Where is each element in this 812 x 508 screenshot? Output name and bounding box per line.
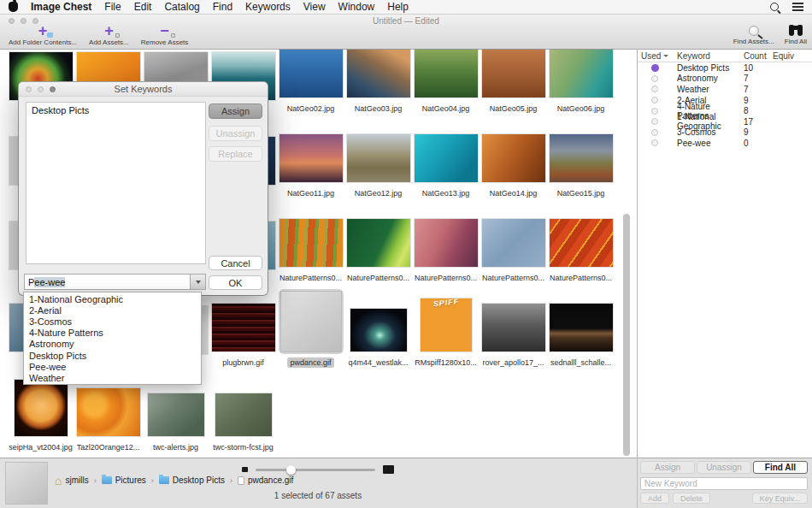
asset-thumbnail[interactable]	[550, 50, 613, 97]
count-column-header[interactable]: Count	[744, 51, 773, 61]
asset-cell[interactable]: NatGeo04.jpg	[412, 50, 480, 134]
keyword-row[interactable]: Desktop Picts10	[638, 62, 812, 74]
dropdown-option[interactable]: 3-Cosmos	[24, 316, 201, 327]
breadcrumb-item[interactable]: Pictures	[102, 476, 146, 485]
dialog-unassign-button[interactable]: Unassign	[209, 126, 262, 141]
breadcrumb-item[interactable]: ⌂sjmills	[55, 476, 89, 485]
asset-cell[interactable]: NatGeo13.jpg	[412, 134, 480, 219]
delete-keyword-button[interactable]: Delete	[673, 493, 710, 504]
asset-cell[interactable]: NatGeo11.jpg	[277, 134, 344, 219]
add-keyword-button[interactable]: Add	[640, 493, 669, 504]
asset-thumbnail[interactable]	[482, 304, 545, 351]
asset-cell[interactable]: NatGeo14.jpg	[480, 134, 547, 219]
used-indicator-empty[interactable]	[651, 75, 658, 82]
asset-thumbnail[interactable]	[482, 134, 545, 182]
dialog-title-bar[interactable]: Set Keywords	[19, 82, 268, 97]
asset-thumbnail[interactable]	[415, 50, 478, 97]
menu-edit[interactable]: Edit	[134, 1, 152, 13]
keyword-combobox[interactable]: Pee-wee	[24, 274, 206, 290]
asset-thumbnail[interactable]	[415, 134, 478, 182]
asset-thumbnail[interactable]	[212, 304, 275, 351]
new-keyword-input[interactable]	[640, 477, 808, 490]
add-assets-button[interactable]: + Add Assets...	[89, 24, 129, 46]
used-indicator-empty[interactable]	[651, 129, 658, 136]
spotlight-search-icon[interactable]	[770, 3, 779, 11]
asset-thumbnail[interactable]	[148, 393, 204, 436]
key-equiv-button[interactable]: Key Equiv...	[752, 493, 808, 504]
keyword-row[interactable]: Pee-wee0	[638, 138, 812, 149]
breadcrumb-item[interactable]: pwdance.gif	[238, 476, 293, 485]
dropdown-option[interactable]: 2-Aerial	[24, 304, 201, 316]
dialog-minimize-icon[interactable]	[38, 86, 44, 92]
asset-cell[interactable]: SPIFFRMspiff1280x10...	[412, 304, 480, 388]
asset-cell[interactable]: NatGeo12.jpg	[344, 134, 412, 219]
find-assets-button[interactable]: Find Assets...	[733, 23, 774, 45]
keyword-row[interactable]: Weather7	[638, 84, 812, 95]
menu-find[interactable]: Find	[213, 1, 232, 13]
menu-keywords[interactable]: Keywords	[245, 1, 291, 13]
dialog-cancel-button[interactable]: Cancel	[209, 256, 262, 270]
asset-thumbnail[interactable]	[215, 393, 272, 436]
remove-assets-button[interactable]: − Remove Assets	[141, 24, 189, 46]
asset-cell[interactable]: rover_apollo17_...	[480, 304, 547, 388]
asset-cell[interactable]: NatGeo15.jpg	[547, 134, 615, 219]
find-all-button[interactable]: Find All	[785, 23, 807, 45]
menu-catalog[interactable]: Catalog	[164, 1, 199, 13]
asset-thumbnail[interactable]	[415, 219, 478, 267]
asset-thumbnail[interactable]	[347, 50, 410, 97]
dropdown-option[interactable]: 1-National Geographic	[24, 293, 201, 304]
asset-thumbnail[interactable]	[347, 134, 410, 182]
asset-thumbnail[interactable]	[482, 50, 545, 97]
dropdown-option[interactable]: Pee-wee	[24, 361, 201, 372]
dialog-replace-button[interactable]: Replace	[209, 146, 262, 162]
menu-help[interactable]: Help	[387, 1, 409, 13]
asset-thumbnail[interactable]	[347, 219, 410, 267]
keyword-row[interactable]: 1-National Geographic17	[638, 116, 812, 127]
menu-file[interactable]: File	[104, 1, 121, 13]
find-all-keyword-button[interactable]: Find All	[753, 461, 808, 474]
dropdown-option[interactable]: Astronomy	[24, 339, 201, 350]
dropdown-option[interactable]: Desktop Picts	[24, 350, 201, 361]
notification-list-icon[interactable]	[792, 3, 803, 11]
keyword-row[interactable]: 3-Cosmos9	[638, 127, 812, 139]
add-folder-contents-button[interactable]: + Add Folder Contents...	[9, 24, 77, 46]
asset-cell[interactable]: NaturePatterns0...	[344, 219, 412, 304]
asset-thumbnail[interactable]	[482, 219, 545, 267]
asset-thumbnail[interactable]	[77, 388, 140, 436]
dropdown-option[interactable]: 4-Nature Patterns	[24, 328, 201, 339]
menu-window[interactable]: Window	[338, 1, 375, 13]
breadcrumb-item[interactable]: Desktop Picts	[159, 476, 225, 485]
keyword-row[interactable]: Astronomy7	[638, 74, 812, 85]
apple-menu-icon[interactable]	[9, 2, 18, 12]
slider-track[interactable]	[256, 469, 375, 471]
asset-cell[interactable]: q4m44_westlak...	[344, 304, 412, 388]
used-column-header[interactable]: Used	[638, 51, 677, 61]
dropdown-option[interactable]: Weather	[24, 372, 201, 383]
asset-cell[interactable]: NaturePatterns0...	[480, 219, 547, 304]
assign-button[interactable]: Assign	[640, 461, 695, 474]
dialog-zoom-icon[interactable]	[50, 86, 56, 92]
asset-thumbnail[interactable]	[279, 50, 343, 97]
vertical-scrollbar[interactable]	[623, 214, 630, 456]
used-indicator-empty[interactable]	[651, 108, 658, 115]
asset-thumbnail[interactable]	[350, 309, 407, 351]
slider-knob[interactable]	[286, 465, 296, 475]
asset-thumbnail[interactable]	[279, 219, 343, 267]
asset-thumbnail[interactable]	[281, 292, 341, 351]
dialog-assign-button[interactable]: Assign	[209, 103, 262, 119]
asset-cell[interactable]: NaturePatterns0...	[547, 219, 615, 304]
asset-cell[interactable]: sednalll_schalle...	[547, 304, 615, 388]
asset-thumbnail[interactable]	[15, 380, 68, 436]
used-indicator-filled[interactable]	[651, 64, 659, 72]
equiv-column-header[interactable]: Equiv	[773, 51, 812, 61]
assigned-keywords-textarea[interactable]: Desktop Picts	[26, 102, 206, 264]
used-indicator-empty[interactable]	[651, 86, 658, 92]
asset-cell[interactable]: NatGeo06.jpg	[547, 50, 615, 134]
asset-cell[interactable]: NatGeo03.jpg	[344, 50, 412, 134]
combobox-dropdown-button[interactable]	[190, 275, 205, 289]
asset-thumbnail[interactable]	[550, 219, 613, 267]
dialog-ok-button[interactable]: OK	[209, 275, 262, 290]
asset-cell[interactable]: plugbrwn.gif	[209, 304, 277, 388]
dialog-close-icon[interactable]	[26, 86, 32, 92]
asset-thumbnail[interactable]	[550, 304, 613, 351]
